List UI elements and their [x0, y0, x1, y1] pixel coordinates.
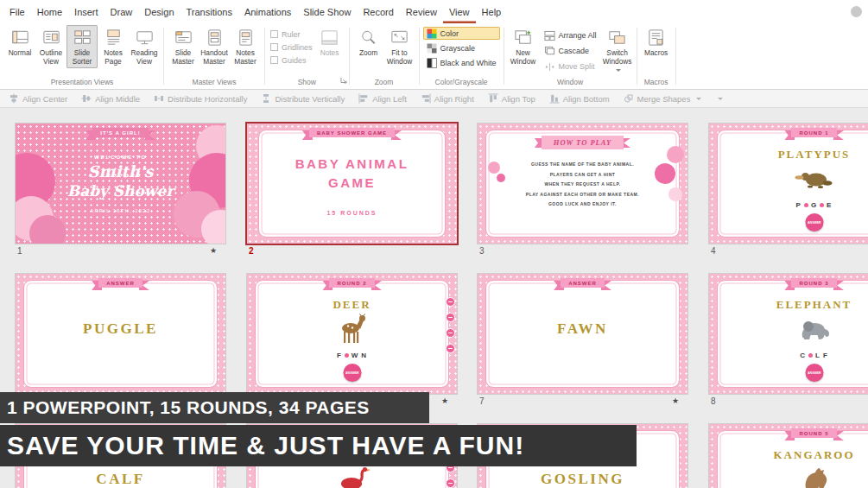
- guides-checkbox-row[interactable]: Guides: [270, 56, 313, 65]
- tab-animations[interactable]: Animations: [238, 0, 297, 23]
- ruler-checkbox-row[interactable]: Ruler: [270, 30, 313, 39]
- align-middle-icon: [81, 93, 92, 104]
- align-bottom-label: Align Bottom: [563, 94, 610, 104]
- notes-page-label: Notes Page: [98, 49, 128, 67]
- group-caption-zoom: Zoom: [353, 77, 415, 89]
- slide-thumbnail-2[interactable]: BABY SHOWER GAME BABY ANIMAL GAME 15 ROU…: [247, 124, 457, 244]
- tab-review[interactable]: Review: [400, 0, 443, 23]
- align-top-button[interactable]: Align Top: [488, 93, 535, 104]
- slide-thumbnail-12[interactable]: ROUND 5 KANGAROO: [709, 424, 868, 488]
- tab-design[interactable]: Design: [138, 0, 180, 23]
- slide-thumbnail-8[interactable]: ROUND 3 ELEPHANT CLF ANSWER: [709, 274, 868, 394]
- gridlines-checkbox-row[interactable]: Gridlines: [270, 43, 313, 52]
- grayscale-button[interactable]: Grayscale: [423, 41, 500, 54]
- normal-view-button[interactable]: Normal: [4, 25, 35, 60]
- slide-thumbnail-4[interactable]: ROUND 1 PLATYPUS PGE ANSWER: [709, 124, 868, 244]
- align-left-button[interactable]: Align Left: [358, 93, 407, 104]
- answer-button: ANSWER: [805, 364, 823, 382]
- slide-master-icon: [174, 28, 193, 48]
- tab-record[interactable]: Record: [357, 0, 399, 23]
- black-and-white-button[interactable]: Black and White: [423, 56, 500, 69]
- hint-button-icon: [446, 313, 455, 322]
- align-bottom-icon: [549, 93, 560, 104]
- align-center-button[interactable]: Align Center: [9, 93, 67, 104]
- new-window-button[interactable]: New Window: [508, 25, 539, 68]
- notes-master-button[interactable]: Notes Master: [230, 25, 261, 68]
- align-right-button[interactable]: Align Right: [421, 93, 474, 104]
- slide-number: 7: [479, 396, 485, 406]
- arrange-all-button[interactable]: Arrange All: [541, 29, 600, 42]
- slide-thumbnail-5[interactable]: ANSWER PUGGLE: [16, 274, 225, 394]
- align-left-icon: [358, 93, 369, 104]
- merge-shapes-button[interactable]: Merge Shapes: [624, 93, 702, 104]
- tab-view[interactable]: View: [443, 0, 476, 23]
- tab-insert[interactable]: Insert: [68, 0, 105, 23]
- tab-transitions[interactable]: Transitions: [181, 0, 238, 23]
- align-top-icon: [488, 93, 498, 104]
- group-caption-color-grayscale: Color/Grayscale: [423, 77, 500, 89]
- distribute-horizontally-label: Distribute Horizontally: [168, 94, 247, 104]
- tab-file[interactable]: File: [3, 0, 31, 23]
- rounds-text: 15 ROUNDS: [247, 210, 457, 216]
- round-ribbon: ROUND 3: [709, 278, 868, 288]
- group-color-grayscale: Color Grayscale Black and White Color/Gr…: [421, 23, 503, 89]
- reading-view-button[interactable]: Reading View: [129, 25, 160, 68]
- slide-sorter-icon: [73, 28, 92, 48]
- deer-image: [247, 314, 457, 345]
- ruler-label: Ruler: [282, 30, 301, 39]
- gridlines-checkbox[interactable]: [270, 43, 278, 51]
- guides-checkbox[interactable]: [270, 56, 278, 64]
- ruler-checkbox[interactable]: [270, 30, 278, 38]
- macros-button[interactable]: Macros: [641, 25, 672, 60]
- notes-master-label: Notes Master: [231, 49, 260, 67]
- tab-help[interactable]: Help: [476, 0, 508, 23]
- hint-letters: FWN: [247, 352, 457, 359]
- ribbon-tab-bar: File Home Insert Draw Design Transitions…: [0, 0, 868, 23]
- distribute-horizontally-icon: [154, 93, 164, 104]
- show-dialog-launcher-icon[interactable]: [340, 72, 347, 87]
- tab-slide-show[interactable]: Slide Show: [297, 0, 357, 23]
- tab-draw[interactable]: Draw: [105, 0, 139, 23]
- distribute-vertically-button[interactable]: Distribute Vertically: [261, 93, 345, 104]
- answer-button: ANSWER: [343, 364, 361, 382]
- notes-button[interactable]: Notes: [314, 25, 345, 60]
- align-middle-button[interactable]: Align Middle: [81, 93, 140, 104]
- ribbon-view-tab: Normal Outline View Slide Sorter Notes P…: [0, 23, 868, 90]
- color-button[interactable]: Color: [423, 27, 500, 40]
- align-bottom-button[interactable]: Align Bottom: [549, 93, 610, 104]
- handout-master-button[interactable]: Handout Master: [199, 25, 230, 68]
- slide-sorter-button[interactable]: Slide Sorter: [67, 25, 98, 68]
- hint-button-icon: [446, 344, 455, 353]
- toolbar-overflow-button[interactable]: [715, 98, 723, 100]
- move-split-button[interactable]: Move Split: [541, 60, 600, 73]
- switch-windows-button[interactable]: Switch Windows: [602, 25, 633, 77]
- slide-number: 3: [479, 246, 485, 256]
- user-avatar[interactable]: [851, 6, 862, 17]
- slide-thumbnail-3[interactable]: HOW TO PLAY GUESS THE NAME OF THE BABY A…: [478, 124, 687, 244]
- notes-page-button[interactable]: Notes Page: [98, 25, 129, 68]
- distribute-horizontally-button[interactable]: Distribute Horizontally: [154, 93, 247, 104]
- group-show: Ruler Gridlines Guides Notes Show: [266, 23, 348, 89]
- balloon-decoration: [29, 215, 66, 244]
- slide-thumbnail-7[interactable]: ANSWER FAWN: [478, 274, 687, 394]
- animation-star-icon: ★: [210, 246, 217, 255]
- slide-master-button[interactable]: Slide Master: [168, 25, 199, 68]
- group-master-views: Slide Master Handout Master Notes Master…: [165, 23, 263, 89]
- slide-thumbnail-1[interactable]: IT'S A GIRL! WELCOME TO Smith's Baby Sho…: [16, 124, 225, 244]
- fit-to-window-button[interactable]: Fit to Window: [384, 25, 415, 68]
- outline-view-button[interactable]: Outline View: [35, 25, 67, 68]
- zoom-button[interactable]: Zoom: [353, 25, 384, 60]
- switch-windows-label: Switch Windows: [603, 48, 632, 66]
- cascade-label: Cascade: [559, 47, 590, 55]
- cascade-button[interactable]: Cascade: [541, 44, 600, 58]
- game-title-line2: GAME: [247, 175, 457, 190]
- promo-banner-pages: 1 POWERPOINT, 15 ROUNDS, 34 PAGES: [0, 392, 429, 423]
- answer-button: ANSWER: [805, 213, 823, 231]
- align-toolbar: Align Center Align Middle Distribute Hor…: [0, 90, 868, 108]
- tab-home[interactable]: Home: [31, 0, 68, 23]
- slide-sorter-label: Slide Sorter: [67, 49, 97, 67]
- notes-page-icon: [104, 28, 124, 48]
- group-caption-presentation-views: Presentation Views: [4, 77, 160, 89]
- slide-thumbnail-6[interactable]: ROUND 2 DEER FWN ANSWER: [247, 274, 457, 394]
- instructions-text: GUESS THE NAME OF THE BABY ANIMAL. PLAYE…: [491, 160, 674, 210]
